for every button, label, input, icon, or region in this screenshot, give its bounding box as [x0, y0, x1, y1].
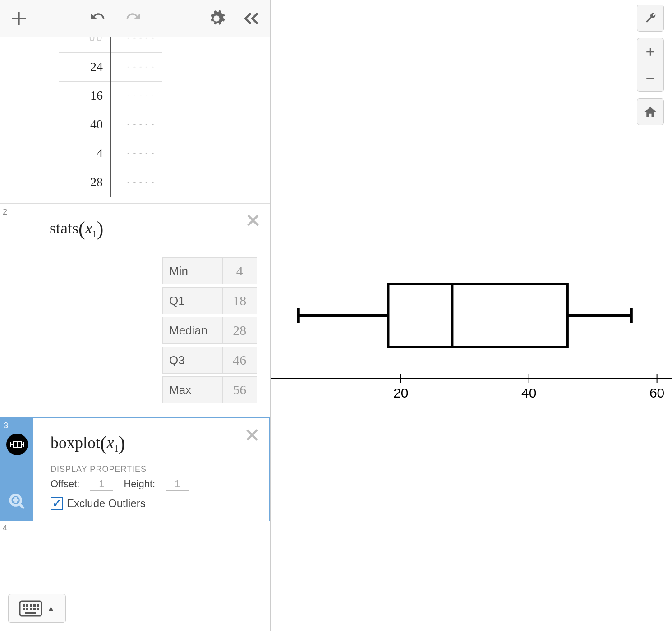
collapse-icon[interactable]: [240, 8, 262, 29]
offset-label: Offset:: [51, 478, 79, 490]
offset-input[interactable]: [90, 478, 113, 491]
svg-text:40: 40: [521, 385, 536, 400]
stat-value: 56: [222, 376, 257, 403]
svg-rect-18: [30, 608, 32, 610]
svg-text:60: 60: [649, 385, 664, 400]
cell-value[interactable]: 28: [59, 168, 111, 197]
svg-rect-11: [23, 604, 25, 607]
cell-value[interactable]: 24: [59, 52, 111, 81]
stat-value: 46: [222, 347, 257, 374]
graph-area[interactable]: 204060: [271, 0, 672, 631]
stat-label: Q3: [162, 347, 222, 374]
height-input[interactable]: [166, 478, 189, 491]
expression-row-boxplot[interactable]: 3 boxplot(x1) DISPLAY PROPERTIES Offset:…: [0, 417, 270, 521]
cell-value[interactable]: ∪∪: [59, 37, 111, 52]
keyboard-icon: [19, 600, 42, 617]
boxplot-chart: 204060: [271, 0, 672, 631]
stat-label: Median: [162, 317, 222, 344]
svg-line-7: [19, 504, 24, 508]
row-index: 4: [3, 523, 7, 533]
stat-value: 4: [222, 257, 257, 284]
svg-rect-17: [26, 608, 28, 610]
chevron-up-icon: ▲: [47, 604, 55, 613]
cell-value[interactable]: 40: [59, 110, 111, 139]
table-row: 28- - - - -: [59, 168, 162, 197]
table-row: 4- - - - -: [59, 139, 162, 168]
redo-icon[interactable]: [122, 8, 143, 29]
undo-icon[interactable]: [87, 8, 109, 29]
svg-rect-14: [33, 604, 36, 607]
data-table[interactable]: ∪∪- - - - - 24- - - - - 16- - - - - 40- …: [0, 37, 270, 204]
gear-icon[interactable]: [206, 8, 227, 29]
expression-row-empty[interactable]: 4: [0, 521, 270, 540]
cell-value[interactable]: 16: [59, 81, 111, 110]
height-label: Height:: [124, 478, 155, 490]
table-row: 16- - - - -: [59, 81, 162, 110]
add-icon[interactable]: [8, 8, 30, 29]
svg-rect-16: [23, 608, 25, 610]
table-row: ∪∪- - - - -: [59, 37, 162, 52]
delete-row-icon[interactable]: [244, 212, 262, 231]
row-index: 3: [4, 421, 8, 430]
cell-value[interactable]: 4: [59, 139, 111, 168]
display-properties-header: DISPLAY PROPERTIES: [51, 465, 256, 474]
row-index: 2: [3, 207, 7, 217]
exclude-outliers-label: Exclude Outliers: [67, 497, 146, 510]
exclude-outliers-checkbox[interactable]: ✓: [51, 497, 63, 510]
keyboard-toggle[interactable]: ▲: [8, 594, 66, 623]
stat-value: 28: [222, 317, 257, 344]
stat-label: Min: [162, 257, 222, 284]
stat-value: 18: [222, 287, 257, 314]
boxplot-badge-icon[interactable]: [6, 434, 28, 455]
svg-rect-12: [26, 604, 28, 607]
svg-rect-21: [25, 612, 36, 614]
svg-text:20: 20: [393, 385, 408, 400]
expression-panel: ∪∪- - - - - 24- - - - - 16- - - - - 40- …: [0, 0, 271, 631]
expression-row-stats[interactable]: 2 stats(x1) Min4 Q118 Median28 Q346 Max5…: [0, 204, 270, 417]
stat-label: Q1: [162, 287, 222, 314]
svg-rect-13: [30, 604, 32, 607]
stat-label: Max: [162, 376, 222, 403]
formula[interactable]: boxplot(x1): [51, 430, 256, 453]
zoom-fit-icon[interactable]: [8, 493, 26, 512]
svg-rect-33: [388, 284, 567, 347]
table-row: 40- - - - -: [59, 110, 162, 139]
svg-rect-19: [33, 608, 36, 610]
table-row: 24- - - - -: [59, 52, 162, 81]
delete-row-icon[interactable]: [244, 426, 261, 445]
toolbar: [0, 0, 270, 37]
display-properties: DISPLAY PROPERTIES Offset: Height: ✓ Exc…: [51, 465, 256, 510]
stats-table: Min4 Q118 Median28 Q346 Max56: [162, 255, 257, 406]
formula[interactable]: stats(x1): [50, 215, 257, 238]
svg-rect-20: [37, 608, 39, 610]
svg-rect-15: [37, 604, 39, 607]
